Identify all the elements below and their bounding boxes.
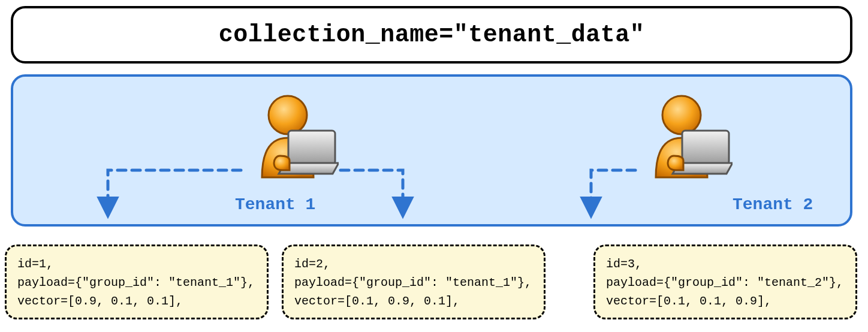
record-3-id: id=3, <box>606 255 845 273</box>
record-2-vector: vector=[0.1, 0.9, 0.1], <box>294 292 533 310</box>
svg-rect-1 <box>288 131 335 164</box>
record-2-payload: payload={"group_id": "tenant_1"}, <box>294 273 533 292</box>
collection-title-text: collection_name="tenant_data" <box>219 22 645 49</box>
record-1-payload: payload={"group_id": "tenant_1"}, <box>17 273 256 292</box>
svg-point-2 <box>662 96 701 134</box>
record-1-id: id=1, <box>17 255 256 273</box>
record-box-1: id=1, payload={"group_id": "tenant_1"}, … <box>5 245 269 319</box>
record-3-payload: payload={"group_id": "tenant_2"}, <box>606 273 845 292</box>
tenant-1-label: Tenant 1 <box>235 195 315 214</box>
svg-point-0 <box>269 96 307 134</box>
tenant-1-user-icon <box>243 90 339 180</box>
tenant-2-label: Tenant 2 <box>733 195 813 214</box>
record-1-vector: vector=[0.9, 0.1, 0.1], <box>17 292 256 310</box>
record-2-id: id=2, <box>294 255 533 273</box>
record-box-3: id=3, payload={"group_id": "tenant_2"}, … <box>593 245 857 319</box>
collection-title-box: collection_name="tenant_data" <box>11 6 852 64</box>
svg-rect-3 <box>682 131 729 164</box>
diagram-canvas: collection_name="tenant_data" <box>0 0 868 332</box>
record-3-vector: vector=[0.1, 0.1, 0.9], <box>606 292 845 310</box>
tenant-2-user-icon <box>637 90 733 180</box>
record-box-2: id=2, payload={"group_id": "tenant_1"}, … <box>282 245 545 319</box>
